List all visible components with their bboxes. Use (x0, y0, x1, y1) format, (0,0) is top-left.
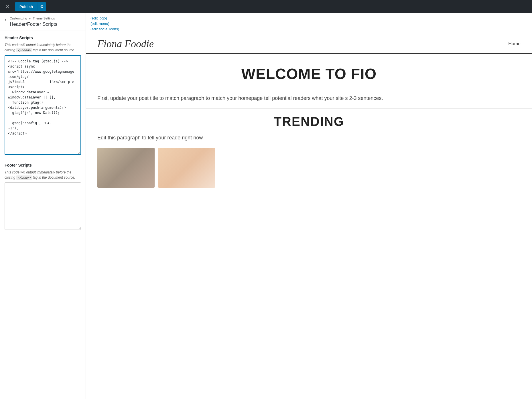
section-title: Header/Footer Scripts (10, 21, 81, 27)
footer-scripts-textarea[interactable] (5, 182, 81, 230)
trending-images (97, 148, 521, 188)
trending-section: TRENDING Edit this paragraph to tell you… (86, 108, 532, 194)
edit-menu-link[interactable]: (edit menu) (90, 21, 527, 26)
sidebar-content: Header Scripts This code will output imm… (0, 31, 86, 399)
body-code-tag: </body> (16, 175, 32, 180)
trending-body: Edit this paragraph to tell your reade r… (97, 133, 521, 142)
hero-body: First, update your post title to match p… (86, 88, 532, 108)
header-scripts-label: Header Scripts (5, 35, 81, 40)
edit-social-icons-link[interactable]: (edit social icons) (90, 27, 527, 31)
preview-site: Fiona Foodie Home WELCOME TO FIO First, … (86, 34, 532, 193)
publish-button[interactable]: Publish (15, 2, 38, 11)
footer-scripts-desc-after: tag in the document source. (33, 175, 75, 179)
head-code-tag: </head> (16, 48, 32, 52)
back-button[interactable]: ‹ (3, 17, 7, 23)
settings-button[interactable]: ⚙ (38, 2, 46, 11)
top-bar: ✕ Publish ⚙ (0, 0, 532, 13)
main-area: ‹ Customizing ▸ Theme Settings Header/Fo… (0, 13, 532, 399)
preview-hero: WELCOME TO FIO (86, 54, 532, 88)
breadcrumb-part2: Theme Settings (33, 17, 55, 20)
header-scripts-textarea[interactable] (5, 55, 81, 155)
trending-image-1 (97, 148, 155, 188)
footer-scripts-description: This code will output immediately before… (5, 170, 81, 180)
edit-logo-link[interactable]: (edit logo) (90, 16, 527, 20)
breadcrumb-part1: Customizing (10, 17, 27, 20)
trending-title: TRENDING (97, 114, 521, 129)
hero-title: WELCOME TO FIO (97, 65, 521, 82)
header-scripts-description: This code will output immediately before… (5, 42, 81, 53)
header-scripts-section: Header Scripts This code will output imm… (5, 35, 81, 156)
breadcrumb-separator: ▸ (29, 17, 31, 20)
footer-scripts-section: Footer Scripts This code will output imm… (5, 163, 81, 231)
preview-edit-links: (edit logo) (edit menu) (edit social ico… (86, 13, 532, 34)
publish-group: Publish ⚙ (15, 2, 46, 11)
nav-home: Home (508, 41, 521, 46)
breadcrumb: Customizing ▸ Theme Settings (10, 17, 81, 20)
header-scripts-desc-after: tag in the document source. (33, 48, 75, 52)
sidebar-header: ‹ Customizing ▸ Theme Settings Header/Fo… (0, 13, 86, 31)
gear-icon: ⚙ (40, 4, 44, 9)
preview-site-header: Fiona Foodie Home (86, 34, 532, 54)
close-button[interactable]: ✕ (2, 1, 13, 12)
footer-scripts-label: Footer Scripts (5, 163, 81, 167)
sidebar: ‹ Customizing ▸ Theme Settings Header/Fo… (0, 13, 86, 399)
site-logo: Fiona Foodie (97, 38, 154, 50)
sidebar-header-text: Customizing ▸ Theme Settings Header/Foot… (10, 17, 81, 27)
close-icon: ✕ (5, 3, 10, 10)
trending-image-2 (158, 148, 215, 188)
preview-area: (edit logo) (edit menu) (edit social ico… (86, 13, 532, 399)
